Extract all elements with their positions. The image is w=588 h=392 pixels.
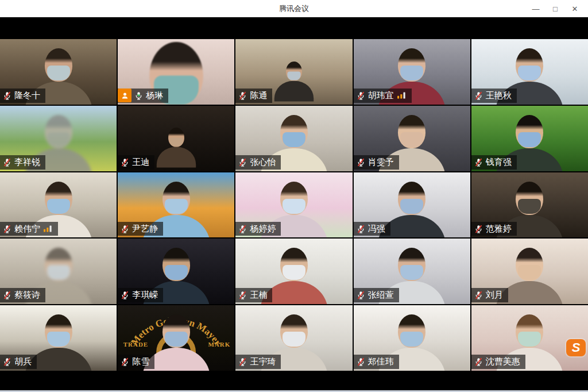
- network-signal-icon: [396, 91, 407, 99]
- host-badge: [118, 89, 131, 102]
- window-controls: — □ ✕: [527, 0, 583, 17]
- participant-silhouette: [269, 62, 319, 102]
- participant-label: 张绍萱: [354, 288, 399, 302]
- mic-status-icon: [2, 290, 12, 300]
- participant-label: 陈通: [235, 89, 272, 103]
- person-icon: [121, 91, 129, 100]
- participant-label: 隆冬十: [0, 89, 45, 103]
- participant-tile[interactable]: 肖雯予: [354, 106, 470, 171]
- minimize-button[interactable]: —: [527, 1, 544, 16]
- participant-tile[interactable]: 赖伟宁: [0, 172, 117, 238]
- mic-status-icon: [2, 357, 12, 367]
- participant-name: 胡兵: [14, 356, 32, 367]
- s-logo: S: [566, 339, 586, 356]
- mic-status-icon: [238, 357, 247, 367]
- close-button[interactable]: ✕: [566, 1, 583, 16]
- participant-label: 王迪: [118, 155, 154, 170]
- mic-status-icon: [474, 157, 483, 167]
- mic-status-icon: [356, 224, 366, 234]
- participant-name: 胡玮宜: [368, 90, 394, 101]
- participant-name: 隆冬十: [14, 90, 40, 101]
- participant-label: 郑佳玮: [354, 355, 399, 369]
- participant-name: 张绍萱: [368, 290, 394, 301]
- participant-label: 刘月: [471, 288, 508, 302]
- window-title: 腾讯会议: [0, 3, 588, 14]
- mic-status-icon: [474, 357, 483, 367]
- participant-label: 胡玮宜: [354, 89, 412, 103]
- participant-tile[interactable]: 钱育强: [471, 106, 588, 171]
- mic-status-icon: [238, 157, 247, 167]
- mic-status-icon: [2, 157, 12, 167]
- mic-status-icon: [474, 91, 483, 101]
- participant-tile[interactable]: 李琪嵘: [118, 239, 234, 304]
- participant-tile[interactable]: 王楠: [235, 239, 352, 304]
- mic-status-icon: [134, 91, 144, 101]
- participant-name: 杨婷婷: [250, 224, 276, 235]
- participant-label: 王艳秋: [471, 89, 517, 103]
- participant-name: 蔡筱诗: [14, 290, 40, 301]
- participant-label: 张心怡: [235, 155, 281, 170]
- participant-tile[interactable]: 蔡筱诗: [0, 239, 117, 304]
- participant-name: 刘月: [486, 290, 503, 301]
- participant-name: 钱育强: [486, 157, 512, 168]
- participant-tile[interactable]: S 沈曹美惠: [471, 305, 588, 371]
- participant-label: 范雅婷: [471, 222, 517, 236]
- mic-status-icon: [120, 224, 130, 234]
- mic-status-icon: [356, 290, 366, 300]
- participant-label: 沈曹美惠: [471, 355, 525, 369]
- participant-tile[interactable]: 李祥锐: [0, 106, 117, 171]
- participant-tile[interactable]: 张心怡: [235, 106, 352, 171]
- mic-status-icon: [474, 224, 483, 234]
- participant-tile[interactable]: 冯强: [354, 172, 470, 238]
- participant-name: 陈雪: [132, 356, 149, 367]
- participant-tile[interactable]: 胡玮宜: [354, 39, 470, 105]
- participant-tile[interactable]: 王迪: [118, 106, 234, 171]
- participant-tile[interactable]: 王宇琦: [235, 305, 352, 371]
- participant-tile[interactable]: 范雅婷: [471, 172, 588, 238]
- participant-name: 张心怡: [250, 157, 276, 168]
- participant-tile[interactable]: 杨琳: [118, 39, 234, 105]
- participant-tile[interactable]: Metro Goldwyn Mayer TRADE MARK 陈雪: [118, 305, 234, 371]
- network-signal-icon: [42, 225, 53, 233]
- mic-status-icon: [238, 91, 247, 101]
- mic-status-icon: [238, 224, 247, 234]
- participant-name: 范雅婷: [486, 224, 512, 235]
- participant-label: 蔡筱诗: [0, 288, 45, 302]
- participant-tile[interactable]: 郑佳玮: [354, 305, 470, 371]
- participant-label: 李祥锐: [0, 155, 45, 170]
- mic-status-icon: [356, 357, 366, 367]
- participant-label: 杨琳: [118, 89, 168, 103]
- participant-tile[interactable]: 胡兵: [0, 305, 117, 371]
- participant-label: 肖雯予: [354, 155, 399, 170]
- mic-status-icon: [356, 91, 366, 101]
- participant-tile[interactable]: 刘月: [471, 239, 588, 304]
- participant-name: 李祥锐: [14, 157, 40, 168]
- participant-label: 冯强: [354, 222, 390, 236]
- mic-status-icon: [474, 290, 483, 300]
- participant-tile[interactable]: 王艳秋: [471, 39, 588, 105]
- mic-status-icon: [356, 157, 366, 167]
- participant-tile[interactable]: 隆冬十: [0, 39, 117, 105]
- participant-name: 郑佳玮: [368, 356, 394, 367]
- video-grid: 隆冬十 杨琳 陈通: [0, 39, 588, 371]
- participant-name: 王宇琦: [250, 356, 276, 367]
- participant-name: 冯强: [368, 224, 385, 235]
- mic-status-icon: [238, 290, 247, 300]
- participant-silhouette: [151, 128, 201, 168]
- participant-tile[interactable]: 杨婷婷: [235, 172, 352, 238]
- mic-status-icon: [120, 157, 130, 167]
- participant-name: 李琪嵘: [132, 290, 158, 301]
- participant-name: 王迪: [132, 157, 149, 168]
- participant-label: 王宇琦: [235, 355, 281, 369]
- participant-tile[interactable]: 陈通: [235, 39, 352, 105]
- participant-tile[interactable]: 尹艺静: [118, 172, 234, 238]
- mic-status-icon: [120, 290, 130, 300]
- maximize-button[interactable]: □: [547, 1, 564, 16]
- participant-name: 沈曹美惠: [486, 356, 520, 367]
- participant-label: 赖伟宁: [0, 222, 58, 236]
- window-titlebar: 腾讯会议 — □ ✕: [0, 0, 588, 17]
- participant-label: 陈雪: [118, 355, 154, 369]
- participant-tile[interactable]: 张绍萱: [354, 239, 470, 304]
- participant-label: 王楠: [235, 288, 272, 302]
- participant-name: 肖雯予: [368, 157, 394, 168]
